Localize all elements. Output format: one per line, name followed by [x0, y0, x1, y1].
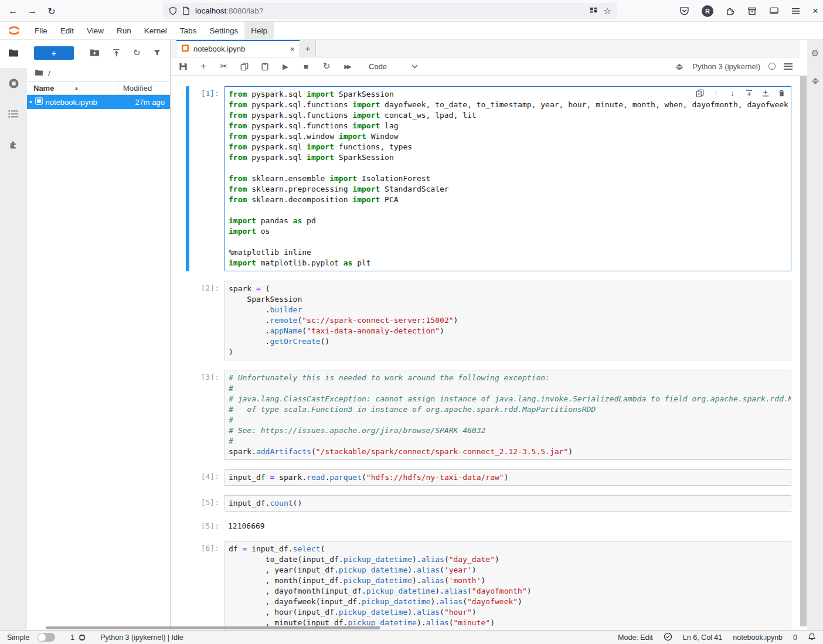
delete-cell-icon[interactable]: [777, 88, 786, 97]
close-window-icon[interactable]: ×: [812, 5, 818, 17]
menu-help[interactable]: Help: [244, 22, 274, 39]
new-folder-icon[interactable]: [90, 49, 100, 57]
debugger-tab[interactable]: [811, 76, 819, 87]
run-cell-icon[interactable]: ▶: [281, 62, 290, 71]
menu-hamburger-icon[interactable]: [791, 8, 800, 15]
property-inspector-tab[interactable]: ⚙: [811, 48, 819, 59]
reload-icon[interactable]: ↻: [45, 4, 59, 18]
breadcrumb[interactable]: /: [27, 66, 170, 81]
forward-icon[interactable]: →: [25, 4, 39, 18]
sort-ascending-icon[interactable]: ▲: [74, 86, 79, 91]
file-browser-panel: + ↻ / Name▲ Modified •notebook.ipynb27m …: [27, 40, 171, 630]
file-name[interactable]: notebook.ipynb: [46, 98, 132, 107]
running-kernels-tab[interactable]: [0, 70, 27, 98]
notification-count[interactable]: 0: [793, 633, 797, 642]
jupyter-menubar: FileEditViewRunKernelTabsSettingsHelp: [0, 22, 823, 40]
table-of-contents-tab[interactable]: [0, 101, 27, 129]
cell-editor[interactable]: df = input_df.select( to_date(input_df.p…: [225, 541, 791, 630]
menu-settings[interactable]: Settings: [203, 22, 244, 39]
toggle-knob: [38, 633, 46, 641]
pocket-icon[interactable]: [679, 6, 689, 16]
output-area: [5]:12106669: [171, 519, 800, 534]
menu-kernel[interactable]: Kernel: [138, 22, 174, 39]
column-name[interactable]: Name: [33, 84, 54, 93]
duplicate-cell-icon[interactable]: [695, 88, 704, 97]
restart-run-all-icon[interactable]: ▶▶: [342, 63, 352, 70]
notebook-file-icon: [35, 97, 43, 107]
home-folder-icon[interactable]: [35, 69, 43, 78]
menu-run[interactable]: Run: [110, 22, 138, 39]
kernel-status-icon[interactable]: [768, 63, 776, 70]
simple-mode-toggle[interactable]: [38, 633, 55, 642]
url-text[interactable]: localhost:8080/lab?: [195, 6, 584, 15]
copy-cells-icon[interactable]: [240, 62, 249, 71]
bell-icon[interactable]: [808, 632, 816, 643]
move-cell-down-icon[interactable]: ↓: [728, 88, 737, 97]
refresh-icon[interactable]: ↻: [133, 47, 141, 58]
kernel-name[interactable]: Python 3 (ipykernel): [692, 62, 760, 71]
cell-editor[interactable]: spark = ( SparkSession .builder .remote(…: [225, 281, 791, 360]
menu-view[interactable]: View: [80, 22, 110, 39]
column-modified[interactable]: Modified: [123, 84, 170, 93]
reader-tiles-icon[interactable]: [589, 6, 598, 15]
breadcrumb-root[interactable]: /: [48, 69, 50, 78]
cell-editor[interactable]: input_df = spark.read.parquet("hdfs://hd…: [225, 469, 791, 486]
back-icon[interactable]: ←: [6, 4, 20, 18]
cursor-position[interactable]: Ln 6, Col 41: [683, 633, 722, 642]
status-bar-right: Mode: Edit Ln 6, Col 41 notebook.ipynb 0: [618, 632, 816, 643]
bookmark-star-icon[interactable]: ☆: [603, 5, 611, 16]
main-dock-panel: notebook.ipynb × + + ✂ ▶ ■ ↻ ▶▶ Code: [171, 40, 800, 630]
insert-cell-below-icon[interactable]: [761, 88, 770, 97]
chip-icon: [78, 633, 86, 642]
trusted-shield-icon[interactable]: [664, 632, 672, 643]
interrupt-kernel-icon[interactable]: ■: [301, 62, 311, 71]
vertical-scrollbar-thumb[interactable]: [800, 76, 807, 626]
notebook-toolbar: + ✂ ▶ ■ ↻ ▶▶ Code Python 3 (ipykernel): [171, 57, 800, 76]
notebook-tab-label[interactable]: notebook.ipynb: [193, 45, 286, 53]
notebook-scroll-area[interactable]: [1]:from pyspark.sql import SparkSession…: [171, 76, 800, 630]
command-mode-indicator[interactable]: Mode: Edit: [618, 633, 653, 642]
debugger-bug-icon[interactable]: [675, 62, 684, 71]
move-cell-up-icon[interactable]: ↑: [712, 88, 720, 97]
menu-tabs[interactable]: Tabs: [174, 22, 203, 39]
kernel-status-text[interactable]: Python 3 (ipykernel) | Idle: [100, 633, 183, 642]
kernel-session-count: 1: [70, 633, 74, 642]
paste-cells-icon[interactable]: [260, 62, 270, 71]
kernel-sessions-indicator[interactable]: 1: [70, 633, 86, 642]
archive-icon[interactable]: [747, 6, 757, 16]
account-avatar[interactable]: R: [702, 5, 713, 17]
cut-cells-icon[interactable]: ✂: [219, 61, 229, 71]
file-list-header: Name▲ Modified: [27, 81, 170, 95]
upload-icon[interactable]: [112, 49, 121, 57]
new-tab-button[interactable]: +: [300, 40, 316, 57]
unsaved-dot: •: [29, 98, 32, 106]
cell-editor[interactable]: input_df.count(): [225, 495, 791, 512]
folder-icon: [8, 49, 19, 60]
horizontal-scrollbar-thumb[interactable]: [46, 626, 380, 629]
file-row[interactable]: •notebook.ipynb27m ago: [27, 95, 170, 109]
extension-manager-tab[interactable]: [0, 131, 27, 159]
sidebars-icon[interactable]: [769, 6, 779, 15]
toolbar-menu-icon[interactable]: [784, 63, 793, 70]
notebook-tab[interactable]: notebook.ipynb ×: [176, 40, 300, 57]
cell-editor[interactable]: # Unfortunately this is needed to work a…: [225, 370, 791, 460]
file-browser-tab[interactable]: [0, 40, 27, 68]
address-bar[interactable]: localhost:8080/lab? ☆: [163, 3, 617, 19]
filter-icon[interactable]: [153, 49, 161, 57]
cell-type-value: Code: [369, 62, 387, 71]
cell-type-dropdown[interactable]: Code: [369, 62, 418, 71]
menu-edit[interactable]: Edit: [54, 22, 80, 39]
restart-kernel-icon[interactable]: ↻: [322, 61, 331, 71]
menu-file[interactable]: File: [28, 22, 54, 39]
page-info-icon[interactable]: [182, 6, 190, 15]
insert-cell-icon[interactable]: +: [199, 60, 208, 72]
cell-editor[interactable]: from pyspark.sql import SparkSessionfrom…: [225, 86, 791, 271]
insert-cell-above-icon[interactable]: [744, 88, 753, 97]
save-icon[interactable]: [178, 62, 188, 71]
extensions-puzzle-icon[interactable]: [726, 6, 735, 16]
column-divider[interactable]: [118, 84, 118, 93]
new-launcher-button[interactable]: +: [34, 46, 74, 60]
shield-icon[interactable]: [169, 6, 177, 15]
close-tab-icon[interactable]: ×: [290, 45, 295, 54]
vertical-scrollbar[interactable]: [800, 76, 807, 626]
